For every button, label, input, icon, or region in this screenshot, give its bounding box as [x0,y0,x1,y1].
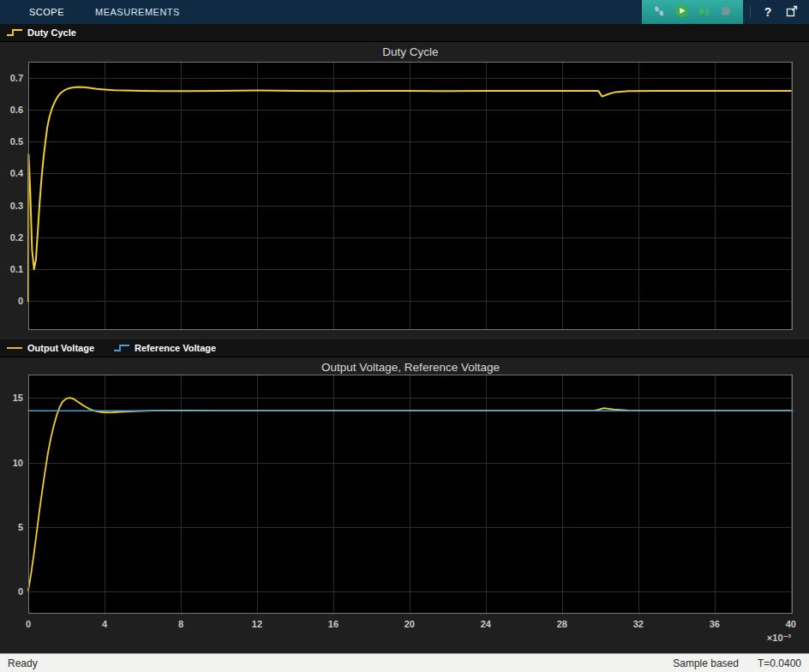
y-tick-label: 0.7 [0,73,23,84]
plot-area-voltages[interactable]: 0510150481216202428323640×10⁻³ [28,375,793,614]
toolstrip-tabs: SCOPE MEASUREMENTS [0,0,195,24]
sample-mode-label: Sample based [673,657,739,669]
run-icon [674,3,689,21]
legend-step-icon [113,344,130,352]
y-tick-label: 5 [0,522,23,533]
legend-bar-duty-cycle: Duty Cycle [0,24,809,42]
status-bar: Ready Sample based T=0.0400 [0,653,809,672]
legend-item-reference-voltage[interactable]: Reference Voltage [113,343,216,353]
legend-item-duty-cycle[interactable]: Duty Cycle [6,27,76,38]
x-tick-label: 4 [87,619,122,630]
legend-label: Reference Voltage [135,343,216,353]
misc-group: ? [743,0,809,24]
scope-window: { "toolstrip": { "tabs": [ {"label": "SC… [0,0,809,672]
help-button[interactable]: ? [758,2,778,22]
y-tick-label: 10 [0,458,23,469]
toolbar-separator [750,5,751,19]
chart-duty-cycle: Duty Cycle 00.10.20.30.40.50.60.7 [0,42,809,339]
y-tick-label: 0.2 [0,232,23,243]
plot-area-duty-cycle[interactable]: 00.10.20.30.40.50.60.7 [28,62,793,330]
chart-title: Output Voltage, Reference Voltage [28,361,793,374]
y-tick-label: 0.3 [0,201,23,212]
sim-time-label: T=0.0400 [758,657,801,669]
dock-button[interactable] [782,2,802,22]
legend-step-icon [6,28,23,37]
x-tick-label: 32 [621,619,656,630]
legend-label: Output Voltage [27,343,94,353]
toolstrip: SCOPE MEASUREMENTS [0,0,809,24]
x-tick-label: 28 [545,619,579,630]
y-tick-label: 0.1 [0,264,23,275]
x-tick-label: 8 [164,619,198,630]
stop-button[interactable] [716,2,736,22]
toolbar-right: ? [642,0,809,24]
run-button[interactable] [671,2,692,22]
series-duty-cycle [28,87,791,301]
help-icon: ? [764,6,772,18]
y-tick-label: 0.4 [0,168,23,179]
stepping-options-button[interactable] [649,2,669,22]
step-forward-button[interactable] [693,2,714,22]
status-text: Ready [8,657,38,669]
tab-measurements[interactable]: MEASUREMENTS [80,0,195,24]
y-tick-label: 0.5 [0,136,23,147]
tab-scope[interactable]: SCOPE [14,0,80,24]
x-tick-label: 0 [11,619,45,630]
x-tick-label: 24 [469,619,503,630]
legend-bar-voltages: Output VoltageReference Voltage [0,339,809,357]
dock-icon [785,4,799,21]
stepping-options-icon [652,4,666,21]
plot-canvas [28,62,793,330]
plot-canvas [28,375,793,614]
x-tick-label: 20 [393,619,427,630]
stop-icon [719,4,733,21]
x-tick-label: 36 [698,619,732,630]
series-output-voltage [28,398,791,591]
x-tick-label: 16 [316,619,351,630]
y-tick-label: 15 [0,393,23,404]
x-tick-label: 12 [240,619,274,630]
simulate-group [642,0,743,24]
y-tick-label: 0 [0,586,23,597]
step-forward-icon [697,4,710,21]
y-tick-label: 0 [0,296,23,307]
legend-line-icon [6,344,23,352]
y-tick-label: 0.6 [0,105,23,116]
legend-label: Duty Cycle [27,27,76,38]
x-scale-label: ×10⁻³ [740,633,791,644]
chart-output-voltage: Output Voltage, Reference Voltage 051015… [0,357,809,653]
legend-item-output-voltage[interactable]: Output Voltage [6,343,94,353]
chart-title: Duty Cycle [28,45,793,58]
x-tick-label: 40 [774,619,808,630]
